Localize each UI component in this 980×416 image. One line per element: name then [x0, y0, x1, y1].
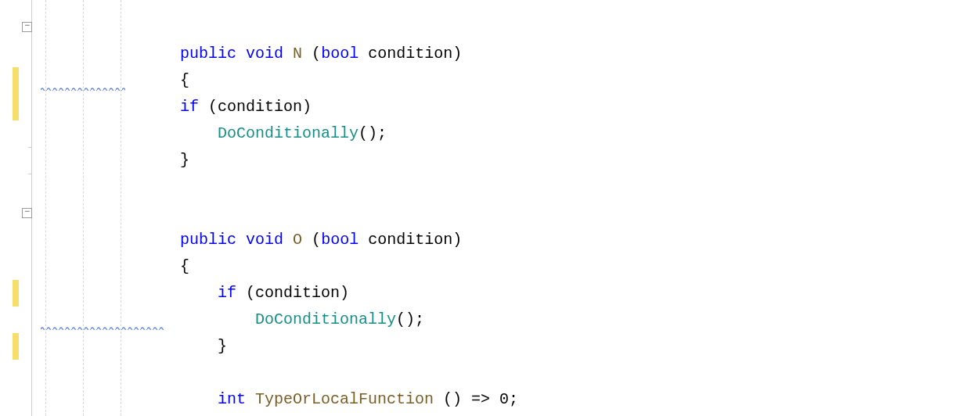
- code-line[interactable]: }: [41, 307, 227, 333]
- method-name: O: [293, 231, 302, 249]
- fold-toggle-method-n[interactable]: [22, 22, 32, 32]
- keyword: bool: [321, 231, 358, 249]
- code-area[interactable]: public void N (bool condition) { if (con…: [41, 0, 980, 416]
- brace: }: [218, 337, 227, 355]
- code-editor[interactable]: public void N (bool condition) { if (con…: [0, 0, 980, 416]
- code-line[interactable]: {: [41, 227, 189, 253]
- code-line[interactable]: {: [41, 41, 189, 67]
- punct: () => 0;: [434, 390, 518, 408]
- method-call: DoConditionally: [255, 310, 396, 328]
- punct: (: [312, 45, 321, 63]
- change-marker: [13, 333, 19, 360]
- method-name: N: [293, 45, 302, 63]
- fold-toggle-method-o[interactable]: [22, 208, 32, 218]
- editor-gutter: [0, 0, 41, 416]
- identifier: condition: [368, 45, 452, 63]
- code-line[interactable]: if (condition): [41, 253, 349, 280]
- fold-end-tick: [28, 147, 32, 148]
- identifier: condition: [368, 231, 452, 249]
- change-marker: [13, 67, 19, 120]
- fold-region-tick: [28, 174, 32, 174]
- code-line[interactable]: public void N (bool condition): [41, 14, 462, 41]
- change-marker: [13, 280, 19, 307]
- punct: ();: [358, 124, 387, 142]
- code-line[interactable]: DoConditionally();: [41, 280, 424, 307]
- code-line[interactable]: }: [41, 120, 189, 147]
- method-call: DoConditionally: [218, 124, 358, 142]
- method-name: TypeOrLocalFunction: [255, 390, 434, 408]
- keyword: int: [218, 390, 246, 408]
- code-line[interactable]: if (condition): [41, 67, 312, 94]
- code-line[interactable]: int TypeOrLocalFunction () => 0;: [41, 360, 518, 386]
- keyword: void: [246, 231, 283, 249]
- punct: ): [452, 231, 462, 249]
- punct: ): [452, 45, 462, 63]
- punct: ();: [396, 310, 424, 328]
- keyword: void: [246, 45, 283, 63]
- punct: (: [312, 231, 321, 249]
- code-line[interactable]: public void O (bool condition): [41, 200, 462, 227]
- code-line[interactable]: DoConditionally();: [41, 94, 387, 120]
- keyword: bool: [321, 45, 358, 63]
- brace: }: [180, 151, 189, 169]
